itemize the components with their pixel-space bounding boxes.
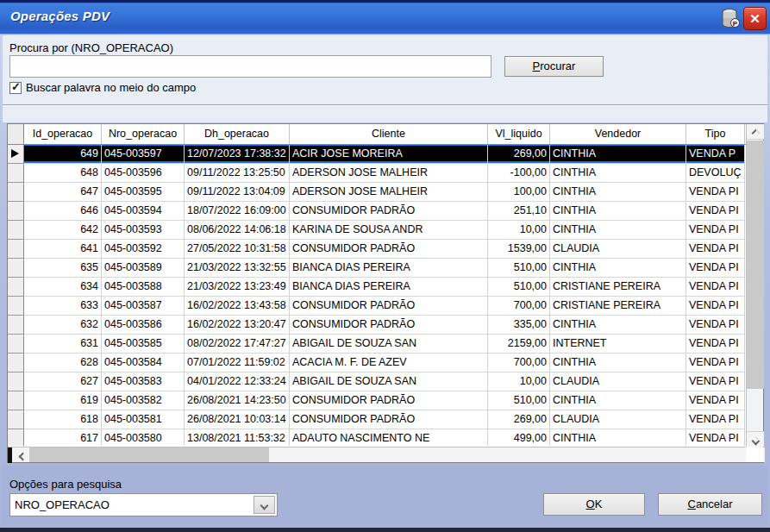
cell-nro-operacao: 045-003593 xyxy=(102,221,185,240)
check-icon: ✓ xyxy=(11,80,21,93)
cell-tipo: VENDA PI xyxy=(686,221,745,240)
window-title: Operações PDV xyxy=(10,9,110,23)
horizontal-scroll-thumb[interactable] xyxy=(29,448,269,462)
cell-id-operacao: 619 xyxy=(24,391,102,410)
close-icon[interactable]: ✕ xyxy=(743,7,767,30)
cell-id-operacao: 635 xyxy=(24,259,102,278)
cell-tipo: VENDA PI xyxy=(686,335,745,354)
vertical-scroll-thumb[interactable] xyxy=(747,141,764,389)
checkbox-label[interactable]: Buscar palavra no meio do campo xyxy=(26,81,196,94)
cell-cliente: CONSUMIDOR PADRÃO xyxy=(290,410,488,429)
cell-cliente: BIANCA DIAS PEREIRA xyxy=(290,259,488,278)
col-header-vl-liquido[interactable]: Vl_liquido xyxy=(488,124,550,144)
col-header-vendedor[interactable]: Vendedor xyxy=(550,124,686,144)
cell-dh-operacao: 26/08/2021 10:03:14 xyxy=(185,410,290,429)
table-row[interactable]: 642 045-003593 08/06/2022 14:06:18 KARIN… xyxy=(8,221,763,240)
table-row[interactable]: 648 045-003596 09/11/2022 13:25:50 ADERS… xyxy=(8,164,763,183)
cell-cliente: BIANCA DIAS PEREIRA xyxy=(290,278,488,297)
cell-cliente: CONSUMIDOR PADRÃO xyxy=(290,297,488,316)
cell-nro-operacao: 045-003584 xyxy=(102,354,185,372)
ok-button[interactable]: OK xyxy=(543,493,645,516)
cell-cliente: CONSUMIDOR PADRÃO xyxy=(290,240,488,259)
table-row[interactable]: 632 045-003586 16/02/2022 13:20:47 CONSU… xyxy=(8,316,763,335)
cell-vendedor: CINTHIA xyxy=(550,259,686,278)
row-indicator xyxy=(8,410,24,429)
cell-id-operacao: 633 xyxy=(24,297,102,316)
table-row[interactable]: 633 045-003587 16/02/2022 13:43:58 CONSU… xyxy=(8,297,763,316)
table-row[interactable]: 634 045-003588 21/03/2022 13:23:49 BIANC… xyxy=(8,278,763,297)
cell-cliente: KARINA DE SOUSA ANDR xyxy=(290,221,488,240)
table-row[interactable]: 647 045-003595 09/11/2022 13:04:09 ADERS… xyxy=(8,183,763,202)
scroll-up-icon[interactable] xyxy=(747,124,764,140)
cell-nro-operacao: 045-003597 xyxy=(102,145,185,164)
scrollbar-corner xyxy=(746,447,763,462)
cell-vendedor: CINTHIA xyxy=(550,164,686,183)
cell-vl-liquido: 335,00 xyxy=(488,316,550,335)
cell-vl-liquido: 499,00 xyxy=(488,429,550,446)
cell-tipo: VENDA PI xyxy=(686,429,745,446)
table-row[interactable]: 619 045-003582 26/08/2021 14:23:50 CONSU… xyxy=(8,391,763,410)
cell-dh-operacao: 13/08/2021 11:53:32 xyxy=(185,429,290,446)
cell-tipo: VENDA PI xyxy=(686,259,745,278)
divider xyxy=(3,104,767,106)
col-header-id-operacao[interactable]: Id_operacao xyxy=(24,124,102,144)
table-row[interactable]: 628 045-003584 07/01/2022 11:59:02 ACACI… xyxy=(8,354,763,372)
cell-cliente: ADERSON JOSE MALHEIR xyxy=(290,164,488,183)
cell-vl-liquido: 251,10 xyxy=(488,202,550,221)
table-row[interactable]: 649 045-003597 12/07/2023 17:38:32 ACIR … xyxy=(8,145,763,164)
row-indicator xyxy=(8,316,24,335)
titlebar[interactable]: Operações PDV P ✕ xyxy=(0,0,770,34)
cell-tipo: VENDA PI xyxy=(686,278,745,297)
checkbox-middle-word[interactable]: ✓ xyxy=(9,82,22,94)
svg-text:P: P xyxy=(732,20,737,28)
cell-cliente: ABIGAIL DE SOUZA SAN xyxy=(290,372,488,391)
cell-id-operacao: 646 xyxy=(24,202,102,221)
cell-id-operacao: 641 xyxy=(24,240,102,259)
cell-cliente: ACACIA M. F. DE AZEV xyxy=(290,354,488,372)
search-input[interactable] xyxy=(9,55,491,78)
cell-vendedor: CINTHIA xyxy=(550,145,686,164)
vertical-scrollbar[interactable] xyxy=(746,124,763,447)
cell-tipo: VENDA PI xyxy=(686,391,745,410)
cell-dh-operacao: 26/08/2021 14:23:50 xyxy=(185,391,290,410)
cell-vendedor: INTERNET xyxy=(550,335,686,354)
row-indicator xyxy=(8,429,24,446)
row-indicator xyxy=(8,372,24,391)
horizontal-scrollbar[interactable] xyxy=(8,447,765,462)
cell-nro-operacao: 045-003588 xyxy=(102,278,185,297)
table-row[interactable]: 646 045-003594 18/07/2022 16:09:00 CONSU… xyxy=(8,202,763,221)
cell-id-operacao: 647 xyxy=(24,183,102,202)
cell-id-operacao: 631 xyxy=(24,335,102,354)
table-row[interactable]: 618 045-003581 26/08/2021 10:03:14 CONSU… xyxy=(8,410,763,429)
cell-dh-operacao: 16/02/2022 13:43:58 xyxy=(185,297,290,316)
scroll-left-icon[interactable] xyxy=(13,448,28,462)
row-indicator xyxy=(8,391,24,410)
cell-vendedor: CRISTIANE PEREIRA xyxy=(550,278,686,297)
cell-nro-operacao: 045-003589 xyxy=(102,259,185,278)
cell-vendedor: CINTHIA xyxy=(550,429,686,446)
row-indicator xyxy=(8,221,24,240)
operations-grid: Id_operacao Nro_operacao Dh_operacao Cli… xyxy=(7,123,764,463)
col-header-nro-operacao[interactable]: Nro_operacao xyxy=(102,124,185,144)
table-row[interactable]: 617 045-003580 13/08/2021 11:53:32 ADAUT… xyxy=(8,429,763,446)
table-row[interactable]: 635 045-003589 21/03/2022 13:32:55 BIANC… xyxy=(8,259,763,278)
cell-id-operacao: 648 xyxy=(24,164,102,183)
search-options-dropdown[interactable]: NRO_OPERACAO xyxy=(9,493,278,516)
col-header-tipo[interactable]: Tipo xyxy=(686,124,745,144)
table-row[interactable]: 641 045-003592 27/05/2022 10:31:58 CONSU… xyxy=(8,240,763,259)
search-button[interactable]: Procurar xyxy=(504,56,604,77)
scroll-down-icon[interactable] xyxy=(747,431,764,447)
chevron-down-icon[interactable] xyxy=(254,496,275,514)
search-label: Procura por (NRO_OPERACAO) xyxy=(9,41,173,54)
search-panel: Procura por (NRO_OPERACAO) Procurar ✓ Bu… xyxy=(3,35,767,122)
col-header-dh-operacao[interactable]: Dh_operacao xyxy=(185,124,290,144)
table-row[interactable]: 627 045-003583 04/01/2022 12:33:24 ABIGA… xyxy=(8,372,763,391)
cell-vl-liquido: 10,00 xyxy=(488,221,550,240)
database-icon[interactable]: P xyxy=(719,7,741,30)
dropdown-selected-value: NRO_OPERACAO xyxy=(15,498,110,511)
cell-vl-liquido: 700,00 xyxy=(488,297,550,316)
col-header-cliente[interactable]: Cliente xyxy=(290,124,488,144)
row-indicator xyxy=(8,259,24,278)
table-row[interactable]: 631 045-003585 08/02/2022 17:47:27 ABIGA… xyxy=(8,335,763,354)
cancel-button[interactable]: Cancelar xyxy=(658,493,762,516)
